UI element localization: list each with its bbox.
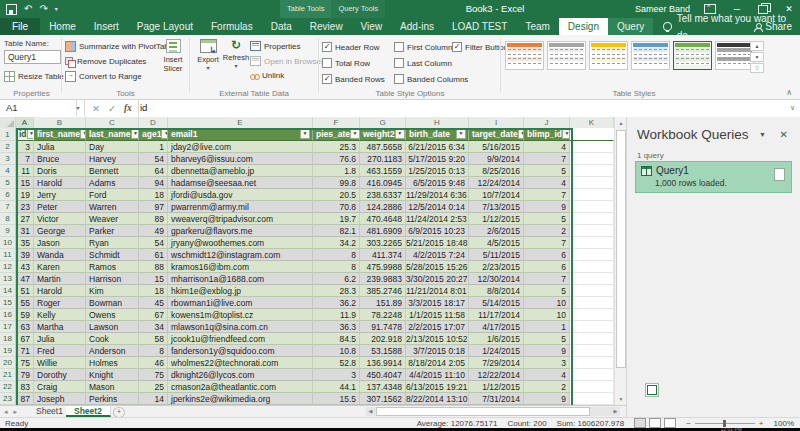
cell[interactable]: 84.5 [313,333,360,345]
column-filter-header-pies-ate[interactable]: pies_ate▼ [313,128,360,141]
cell[interactable]: 1/12/2015 [469,381,524,393]
cell[interactable]: 10 [524,297,570,309]
row-header-10[interactable]: 10 [0,237,16,249]
page-break-view-icon[interactable] [664,418,676,428]
cell[interactable]: 4 [524,177,570,189]
cell[interactable]: 1/25/2015 0:13 [406,165,469,177]
cell[interactable]: 5/17/2015 9:20 [406,153,469,165]
cell[interactable]: Ford [86,189,139,201]
table-style-swatch-orange[interactable] [505,41,544,70]
checkbox-banded-columns[interactable]: Banded Columns [394,74,468,84]
column-header-E[interactable]: E [168,117,313,128]
cell[interactable] [570,285,614,297]
cell[interactable]: 136.9914 [360,357,406,369]
tab-insert[interactable]: Insert [85,18,128,35]
cell[interactable] [570,297,614,309]
table-name-input[interactable]: Query1 [4,50,61,64]
cell[interactable]: 475.9988 [360,261,406,273]
cell[interactable]: Owens [86,309,139,321]
panel-close-icon[interactable]: ✕ [780,129,788,140]
name-box-caret-icon[interactable]: ▾ [72,100,85,116]
cell[interactable]: Fred [34,345,86,357]
cell[interactable]: 481.6909 [360,225,406,237]
zoom-level[interactable]: 100% [774,419,794,428]
cell[interactable] [570,189,614,201]
cell[interactable]: jday2@live.com [168,141,313,153]
cell[interactable]: 270.1183 [360,153,406,165]
cell[interactable]: Dorothy [34,369,86,381]
resize-table-button[interactable]: Resize Table [4,71,64,82]
cell[interactable]: 75 [16,357,34,369]
cell[interactable]: 3 [16,141,34,153]
cell[interactable]: kowens1m@toplist.cz [168,309,313,321]
select-all-corner[interactable] [0,117,16,128]
row-header-3[interactable]: 3 [0,153,16,165]
cell[interactable]: 1.8 [313,165,360,177]
row-header-18[interactable]: 18 [0,333,16,345]
row-header-14[interactable]: 14 [0,285,16,297]
cell[interactable]: 2/6/2015 [469,225,524,237]
cell[interactable]: 450.4047 [360,369,406,381]
cell[interactable]: 7 [524,237,570,249]
row-header-19[interactable]: 19 [0,345,16,357]
cell[interactable] [570,273,614,285]
cell[interactable]: 9 [524,345,570,357]
cell[interactable]: 5/14/2015 [469,297,524,309]
cell[interactable]: 46 [139,357,168,369]
cell[interactable]: 9 [524,393,570,405]
cell[interactable]: Wanda [34,249,86,261]
column-header-J[interactable]: J [524,117,570,128]
cell[interactable]: vweaverq@tripadvisor.com [168,213,313,225]
cell[interactable]: 239.9883 [360,273,406,285]
cell[interactable]: 238.6337 [360,189,406,201]
cell[interactable]: Harrison [86,273,139,285]
column-header-B[interactable]: B [34,117,86,128]
cell[interactable]: 10/7/2014 [469,189,524,201]
cell[interactable] [570,309,614,321]
tab-home[interactable]: Home [40,18,85,35]
cell[interactable]: 303.2265 [360,237,406,249]
filter-dropdown-icon[interactable]: ▼ [131,129,139,139]
row-header-1[interactable]: 1 [0,128,16,141]
cell[interactable]: 18 [139,285,168,297]
cell[interactable] [570,261,614,273]
cell[interactable] [570,345,614,357]
filter-dropdown-icon[interactable]: ▼ [562,129,570,139]
filter-dropdown-icon[interactable]: ▼ [456,129,466,139]
column-filter-header-email1[interactable]: email1▼ [168,128,313,141]
external-properties-button[interactable]: Properties [250,41,324,51]
cell[interactable]: rbowman1i@live.com [168,297,313,309]
filter-dropdown-icon[interactable]: ▼ [161,129,168,139]
column-filter-header-birth-date[interactable]: birth_date▼ [406,128,469,141]
row-header-12[interactable]: 12 [0,261,16,273]
cell[interactable]: 1/24/2015 [469,345,524,357]
column-filter-header-id[interactable]: id▼ [16,128,34,141]
cell[interactable]: 6 [524,249,570,261]
cell[interactable]: Roger [34,297,86,309]
cell[interactable]: 4/2/2015 7:24 [406,249,469,261]
cell[interactable]: 61 [139,249,168,261]
sheet-tab-sheet2[interactable]: Sheet2 [66,406,111,417]
formula-content[interactable]: id [140,100,147,116]
cell[interactable]: wschmidt12@instagram.com [168,249,313,261]
cell[interactable]: hadamse@seesaa.net [168,177,313,189]
cell[interactable]: 14 [139,393,168,405]
table-style-swatch-blue[interactable] [631,41,670,70]
column-header-H[interactable]: H [406,117,469,128]
scroll-left-icon[interactable]: ◀ [366,407,375,416]
row-header-7[interactable]: 7 [0,201,16,213]
cell[interactable]: 7/31/2014 [469,393,524,405]
cell[interactable]: jperkins2e@wikimedia.org [168,393,313,405]
vertical-scrollbar[interactable]: ▲ ▼ [614,117,626,405]
insert-slicer-button[interactable]: Insert Slicer [159,39,187,73]
cell[interactable]: Mason [86,381,139,393]
cell[interactable]: Adams [86,177,139,189]
cell[interactable]: pwarrenm@army.mil [168,201,313,213]
cell[interactable]: 39 [16,249,34,261]
cell[interactable]: 3/3/2015 18:17 [406,297,469,309]
cell[interactable]: 463.1559 [360,165,406,177]
cell[interactable]: 36.3 [313,321,360,333]
cell[interactable]: 9 [524,201,570,213]
cell[interactable]: 416.0945 [360,177,406,189]
cell[interactable]: 6/5/2015 9:48 [406,177,469,189]
